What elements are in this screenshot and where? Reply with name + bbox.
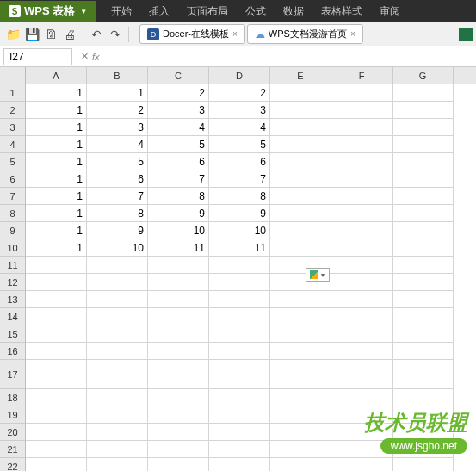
cell-D5[interactable]: 6 (209, 153, 270, 170)
cell-A16[interactable] (26, 343, 87, 360)
col-header-D[interactable]: D (209, 67, 270, 84)
cell-C11[interactable] (148, 257, 209, 274)
cell-G3[interactable] (393, 119, 454, 136)
cell-E20[interactable] (270, 424, 331, 441)
row-header-10[interactable]: 10 (0, 239, 26, 257)
cell-B20[interactable] (87, 424, 148, 441)
cell-G18[interactable] (393, 389, 454, 406)
row-header-2[interactable]: 2 (0, 102, 26, 119)
cell-D16[interactable] (209, 343, 270, 360)
cell-D11[interactable] (209, 257, 270, 274)
col-header-B[interactable]: B (87, 67, 148, 84)
cell-C2[interactable]: 3 (148, 102, 209, 119)
print-preview-icon[interactable]: 🖻 (43, 27, 59, 42)
cell-G9[interactable] (393, 222, 454, 239)
select-all-corner[interactable] (0, 67, 26, 84)
cell-F3[interactable] (331, 119, 393, 136)
redo-icon[interactable]: ↷ (108, 27, 123, 42)
cell-A14[interactable] (26, 308, 87, 325)
app-logo[interactable]: S WPS 表格 ▼ (0, 1, 96, 22)
cell-E1[interactable] (270, 84, 331, 102)
cell-F11[interactable] (331, 257, 393, 274)
cell-D1[interactable]: 2 (209, 84, 270, 102)
fx-icon[interactable]: fx (92, 52, 100, 62)
menu-1[interactable]: 插入 (140, 1, 178, 22)
row-header-7[interactable]: 7 (0, 188, 26, 205)
cell-F6[interactable] (331, 170, 393, 188)
cell-E16[interactable] (270, 343, 331, 360)
doc-tab-0[interactable]: DDocer-在线模板× (139, 24, 245, 44)
cancel-icon[interactable]: ✕ (81, 51, 89, 62)
cell-D4[interactable]: 5 (209, 136, 270, 153)
save-icon[interactable]: 💾 (24, 27, 40, 42)
cell-D3[interactable]: 4 (209, 119, 270, 136)
cell-E3[interactable] (270, 119, 331, 136)
menu-6[interactable]: 审阅 (371, 1, 409, 22)
cell-A10[interactable]: 1 (26, 239, 87, 257)
cell-C13[interactable] (148, 291, 209, 308)
cell-C12[interactable] (148, 274, 209, 291)
cell-E17[interactable] (270, 360, 331, 389)
cell-F2[interactable] (331, 102, 393, 119)
row-header-16[interactable]: 16 (0, 343, 26, 360)
cell-C10[interactable]: 11 (148, 239, 209, 257)
cell-B6[interactable]: 6 (87, 170, 148, 188)
cell-A15[interactable] (26, 325, 87, 343)
cell-A17[interactable] (26, 360, 87, 389)
close-icon[interactable]: × (232, 29, 238, 39)
cell-B5[interactable]: 5 (87, 153, 148, 170)
cell-B14[interactable] (87, 308, 148, 325)
cell-G15[interactable] (393, 325, 454, 343)
row-header-11[interactable]: 11 (0, 257, 26, 274)
cell-G14[interactable] (393, 308, 454, 325)
cell-C1[interactable]: 2 (148, 84, 209, 102)
cell-C5[interactable]: 6 (148, 153, 209, 170)
cell-B11[interactable] (87, 257, 148, 274)
cell-F22[interactable] (331, 458, 393, 471)
cell-D15[interactable] (209, 325, 270, 343)
cell-G10[interactable] (393, 239, 454, 257)
col-header-E[interactable]: E (270, 67, 331, 84)
row-header-9[interactable]: 9 (0, 222, 26, 239)
cell-D22[interactable] (209, 458, 270, 471)
cell-B19[interactable] (87, 406, 148, 424)
cell-C6[interactable]: 7 (148, 170, 209, 188)
cell-F13[interactable] (331, 291, 393, 308)
cell-A21[interactable] (26, 441, 87, 458)
cell-A5[interactable]: 1 (26, 153, 87, 170)
cell-G2[interactable] (393, 102, 454, 119)
cell-G13[interactable] (393, 291, 454, 308)
cell-F10[interactable] (331, 239, 393, 257)
cell-F1[interactable] (331, 84, 393, 102)
cell-A8[interactable]: 1 (26, 205, 87, 222)
autofill-options-button[interactable]: ▼ (306, 268, 330, 282)
cell-G12[interactable] (393, 274, 454, 291)
cell-E9[interactable] (270, 222, 331, 239)
cell-D17[interactable] (209, 360, 270, 389)
cell-E14[interactable] (270, 308, 331, 325)
cell-C7[interactable]: 8 (148, 188, 209, 205)
cell-F15[interactable] (331, 325, 393, 343)
cell-C9[interactable]: 10 (148, 222, 209, 239)
col-header-G[interactable]: G (393, 67, 454, 84)
cell-F5[interactable] (331, 153, 393, 170)
cell-F14[interactable] (331, 308, 393, 325)
cell-B10[interactable]: 10 (87, 239, 148, 257)
cell-B22[interactable] (87, 458, 148, 471)
cell-B12[interactable] (87, 274, 148, 291)
menu-5[interactable]: 表格样式 (312, 1, 371, 22)
row-header-20[interactable]: 20 (0, 424, 26, 441)
cell-D13[interactable] (209, 291, 270, 308)
cell-B1[interactable]: 1 (87, 84, 148, 102)
cell-E22[interactable] (270, 458, 331, 471)
cell-G11[interactable] (393, 257, 454, 274)
cell-G6[interactable] (393, 170, 454, 188)
cell-C3[interactable]: 4 (148, 119, 209, 136)
cell-A3[interactable]: 1 (26, 119, 87, 136)
cell-E6[interactable] (270, 170, 331, 188)
row-header-8[interactable]: 8 (0, 205, 26, 222)
row-header-22[interactable]: 22 (0, 458, 26, 471)
row-header-19[interactable]: 19 (0, 406, 26, 424)
row-header-5[interactable]: 5 (0, 153, 26, 170)
cell-A7[interactable]: 1 (26, 188, 87, 205)
